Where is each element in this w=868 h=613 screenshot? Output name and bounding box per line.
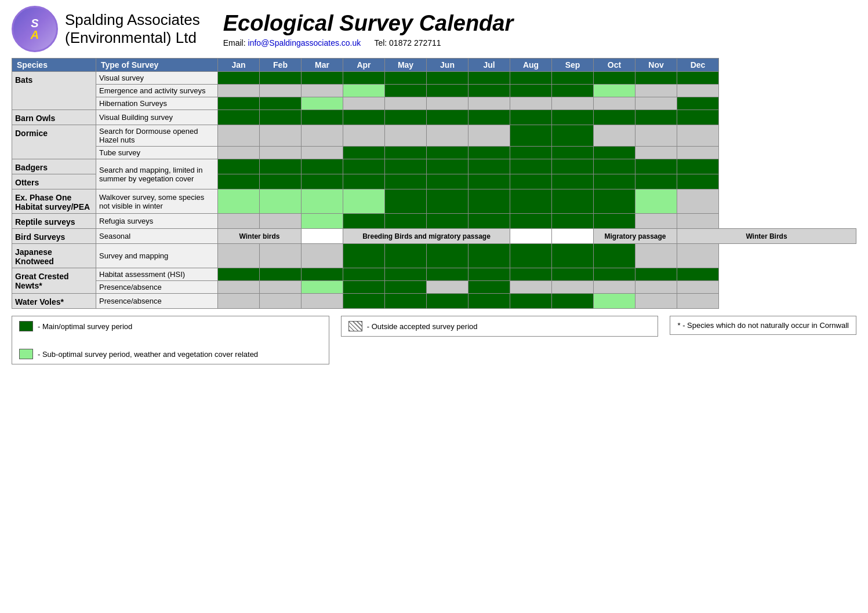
month-cell [677,281,719,294]
month-cell [385,110,427,125]
month-cell [302,229,343,244]
header-dec: Dec [677,59,719,72]
table-row: Great Crested Newts* Habitat assessment … [12,268,856,281]
month-cell [260,174,302,189]
table-row: Ex. Phase One Habitat survey/PEA Walkove… [12,189,856,214]
month-cell [552,281,594,294]
survey-visual: Visual survey [96,72,218,85]
table-row: Barn Owls Visual Building survey [12,110,856,125]
header-oct: Oct [594,59,635,72]
month-cell [552,294,594,309]
month-cell [594,72,635,85]
survey-walkover: Walkover survey, some species not visibl… [96,189,218,214]
month-cell [468,189,510,214]
month-cell [385,85,427,97]
month-cell [635,174,677,189]
survey-hsi: Habitat assessment (HSI) [96,268,218,281]
month-cell [343,97,385,110]
month-cell [218,125,260,147]
month-cell [468,97,510,110]
month-cell [260,294,302,309]
month-cell [218,268,260,281]
species-knotweed: Japanese Knotweed [12,244,96,268]
legend-sub-label: - Sub-optimal survey period, weather and… [38,350,258,359]
month-cell [594,97,635,110]
month-cell [594,125,635,147]
month-cell [302,174,343,189]
month-cell [302,244,343,268]
month-cell [510,85,552,97]
month-cell [635,110,677,125]
month-cell [552,147,594,159]
month-cell [218,159,260,174]
header-aug: Aug [510,59,552,72]
table-row: Hibernation Surveys [12,97,856,110]
month-cell [385,294,427,309]
email-link[interactable]: info@Spaldingassociates.co.uk [248,38,361,48]
survey-calendar-table: Species Type of Survey Jan Feb Mar Apr M… [12,58,856,309]
month-cell [218,85,260,97]
month-cell [343,125,385,147]
survey-gcn-presence: Presence/absence [96,281,218,294]
species-barn-owls: Barn Owls [12,110,96,125]
month-cell [343,72,385,85]
month-cell [218,110,260,125]
month-cell [510,189,552,214]
month-cell [468,214,510,229]
header-survey: Type of Survey [96,59,218,72]
survey-tube: Tube survey [96,147,218,159]
month-cell [385,125,427,147]
month-cell [635,189,677,214]
header-sep: Sep [552,59,594,72]
month-cell [218,281,260,294]
month-cell [302,85,343,97]
month-cell [260,244,302,268]
month-cell [510,110,552,125]
company-sub: (Environmental) Ltd [65,29,200,47]
month-cell [427,174,468,189]
month-cell [302,294,343,309]
table-row: Japanese Knotweed Survey and mapping [12,244,856,268]
month-cell [510,125,552,147]
month-cell [635,294,677,309]
table-row-birds: Bird Surveys Seasonal Winter birds Breed… [12,229,856,244]
month-cell [427,147,468,159]
month-cell [260,214,302,229]
month-cell [594,281,635,294]
month-cell [427,294,468,309]
header-apr: Apr [343,59,385,72]
month-cell [677,97,719,110]
legend-swatch-hatched [348,321,362,331]
month-cell [677,110,719,125]
month-cell [594,159,635,174]
month-cell [635,97,677,110]
bird-winter2: Winter Birds [677,229,856,244]
month-cell [510,294,552,309]
month-cell [552,268,594,281]
legend-row: - Main/optimal survey period - Sub-optim… [19,321,322,359]
month-cell [343,281,385,294]
month-cell [260,125,302,147]
contact-line: Email: info@Spaldingassociates.co.uk Tel… [223,38,856,48]
month-cell [427,72,468,85]
month-cell [218,147,260,159]
month-cell [510,147,552,159]
month-cell [260,159,302,174]
month-cell [677,125,719,147]
month-cell [552,110,594,125]
table-row: Tube survey [12,147,856,159]
survey-visual-building: Visual Building survey [96,110,218,125]
month-cell [260,97,302,110]
title-area: Ecological Survey Calendar Email: info@S… [223,11,856,48]
company-name-block: Spalding Associates (Environmental) Ltd [65,11,200,47]
month-cell [510,159,552,174]
month-cell [302,125,343,147]
month-cell [385,281,427,294]
survey-search-mapping: Search and mapping, limited in summer by… [96,159,218,189]
month-cell [468,294,510,309]
legend-main: - Main/optimal survey period [19,321,132,331]
month-cell [218,294,260,309]
month-cell [677,268,719,281]
month-cell [635,244,677,268]
month-cell [427,244,468,268]
